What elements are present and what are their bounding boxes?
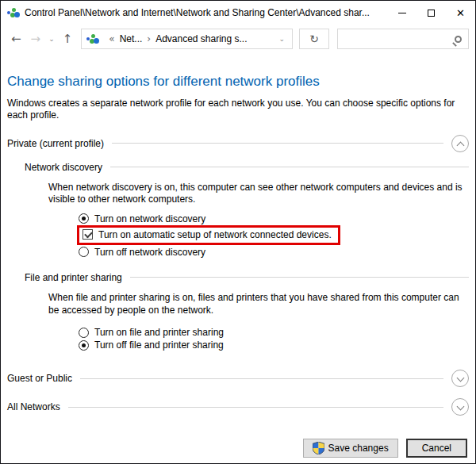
minimize-button[interactable] bbox=[387, 1, 416, 25]
radio-label: Turn off network discovery bbox=[94, 247, 205, 258]
address-bar[interactable]: « Net... › Advanced sharing s... ⌄ bbox=[81, 29, 293, 49]
window-title: Control Panel\Network and Internet\Netwo… bbox=[25, 7, 387, 18]
subsection-network-discovery: Network discovery bbox=[25, 162, 469, 173]
breadcrumb-advanced-sharing[interactable]: Advanced sharing s... bbox=[155, 33, 247, 44]
highlighted-checkbox-row[interactable]: Turn on automatic setup of network conne… bbox=[77, 225, 340, 245]
radio-turn-off-file-printer-sharing[interactable]: Turn off file and printer sharing bbox=[79, 339, 469, 351]
titlebar: Control Panel\Network and Internet\Netwo… bbox=[1, 1, 475, 25]
chevron-up-icon bbox=[457, 141, 465, 149]
divider bbox=[68, 407, 443, 408]
section-private-label: Private (current profile) bbox=[7, 138, 104, 149]
close-icon: ✕ bbox=[456, 8, 465, 18]
radio-label: Turn on network discovery bbox=[94, 213, 205, 224]
private-section-body: Network discovery When network discovery… bbox=[7, 162, 469, 351]
radio-turn-on-network-discovery[interactable]: Turn on network discovery bbox=[79, 213, 469, 224]
forward-button[interactable]: → bbox=[27, 32, 45, 46]
radio-label: Turn off file and printer sharing bbox=[94, 339, 224, 351]
radio-button-icon[interactable] bbox=[79, 328, 89, 338]
section-guest-or-public: Guest or Public bbox=[7, 370, 469, 387]
divider bbox=[112, 143, 443, 144]
refresh-button[interactable]: ↻ bbox=[299, 29, 329, 49]
navigation-bar: ← → ⌄ ↑ « Net... › Advanced sharing s...… bbox=[1, 25, 475, 53]
file-printer-sharing-label: File and printer sharing bbox=[25, 272, 122, 283]
footer-buttons: Save changes Cancel bbox=[303, 439, 467, 458]
collapse-private-button[interactable] bbox=[451, 135, 469, 152]
main-content: Change sharing options for different net… bbox=[1, 74, 475, 416]
radio-button-icon[interactable] bbox=[79, 340, 89, 351]
search-box[interactable] bbox=[337, 29, 469, 49]
radio-button-icon[interactable] bbox=[79, 213, 89, 224]
radio-button-icon[interactable] bbox=[79, 247, 89, 257]
breadcrumb-overflow-icon[interactable]: « bbox=[109, 33, 114, 44]
file-printer-description: When file and printer sharing is on, fil… bbox=[48, 292, 469, 316]
refresh-icon: ↻ bbox=[309, 33, 319, 45]
breadcrumb-network-sharing[interactable]: Net... bbox=[120, 33, 143, 44]
subsection-file-printer-sharing: File and printer sharing bbox=[25, 272, 469, 283]
section-private: Private (current profile) bbox=[7, 135, 469, 152]
recent-pages-dropdown-icon[interactable]: ⌄ bbox=[46, 35, 57, 43]
expand-guest-button[interactable] bbox=[451, 370, 469, 387]
cancel-button[interactable]: Cancel bbox=[406, 439, 467, 458]
advanced-sharing-settings-window: Control Panel\Network and Internet\Netwo… bbox=[0, 0, 476, 464]
checkbox-label: Turn on automatic setup of network conne… bbox=[98, 229, 332, 240]
divider bbox=[110, 167, 469, 167]
chevron-down-icon bbox=[457, 403, 465, 411]
maximize-button[interactable] bbox=[416, 1, 446, 25]
radio-turn-off-network-discovery[interactable]: Turn off network discovery bbox=[79, 247, 469, 258]
network-sharing-icon bbox=[7, 7, 20, 19]
uac-shield-icon bbox=[313, 442, 324, 454]
search-icon[interactable] bbox=[455, 36, 462, 43]
page-intro: Windows creates a separate network profi… bbox=[7, 98, 467, 122]
section-guest-label: Guest or Public bbox=[7, 373, 72, 384]
save-changes-button[interactable]: Save changes bbox=[303, 439, 398, 458]
minimize-icon bbox=[398, 13, 406, 13]
network-discovery-description: When network discovery is on, this compu… bbox=[48, 182, 469, 206]
radio-label: Turn on file and printer sharing bbox=[94, 327, 224, 338]
close-button[interactable]: ✕ bbox=[446, 1, 475, 25]
chevron-down-icon bbox=[457, 374, 465, 382]
maximize-icon bbox=[428, 10, 435, 17]
checkbox-icon[interactable] bbox=[83, 229, 93, 240]
divider bbox=[80, 378, 443, 379]
search-input[interactable] bbox=[344, 33, 455, 44]
address-dropdown-icon[interactable]: ⌄ bbox=[276, 35, 287, 43]
up-button[interactable]: ↑ bbox=[59, 32, 77, 46]
network-sharing-icon bbox=[86, 33, 99, 45]
page-title: Change sharing options for different net… bbox=[7, 74, 469, 90]
cancel-label: Cancel bbox=[422, 443, 451, 454]
network-discovery-label: Network discovery bbox=[25, 162, 102, 173]
divider bbox=[130, 277, 469, 278]
section-all-networks-label: All Networks bbox=[7, 401, 60, 412]
save-changes-label: Save changes bbox=[328, 443, 389, 454]
radio-turn-on-file-printer-sharing[interactable]: Turn on file and printer sharing bbox=[79, 327, 469, 338]
back-button[interactable]: ← bbox=[7, 32, 25, 46]
expand-all-networks-button[interactable] bbox=[451, 398, 469, 416]
breadcrumb-separator-icon[interactable]: › bbox=[147, 33, 151, 44]
section-all-networks: All Networks bbox=[7, 398, 469, 416]
